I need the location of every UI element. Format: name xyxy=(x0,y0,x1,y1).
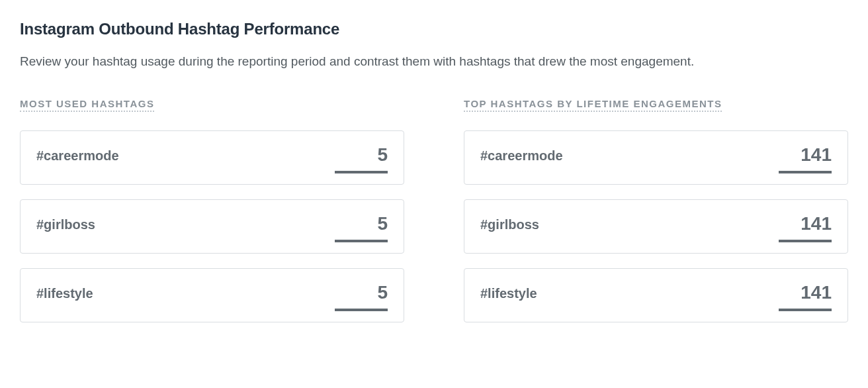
hashtag-bar xyxy=(779,309,832,311)
hashtag-card: #careermode 141 xyxy=(464,130,848,185)
most-used-header: MOST USED HASHTAGS xyxy=(20,98,154,112)
hashtag-value-wrap: 141 xyxy=(779,215,832,242)
hashtag-value-wrap: 141 xyxy=(779,146,832,173)
top-engagement-list: #careermode 141 #girlboss 141 #lifestyle… xyxy=(464,130,848,322)
top-engagement-column: TOP HASHTAGS BY LIFETIME ENGAGEMENTS #ca… xyxy=(464,98,848,322)
hashtag-value: 141 xyxy=(801,215,832,233)
hashtag-bar xyxy=(335,309,388,311)
hashtag-bar xyxy=(779,171,832,173)
top-engagement-header: TOP HASHTAGS BY LIFETIME ENGAGEMENTS xyxy=(464,98,722,112)
page-title: Instagram Outbound Hashtag Performance xyxy=(20,20,848,38)
hashtag-label: #careermode xyxy=(480,146,563,164)
hashtag-value-wrap: 141 xyxy=(779,283,832,311)
hashtag-value-wrap: 5 xyxy=(335,146,388,173)
hashtag-card: #lifestyle 141 xyxy=(464,268,848,322)
hashtag-card: #girlboss 141 xyxy=(464,199,848,254)
hashtag-label: #careermode xyxy=(36,146,119,164)
hashtag-bar xyxy=(779,240,832,242)
hashtag-label: #girlboss xyxy=(36,215,95,232)
page-description: Review your hashtag usage during the rep… xyxy=(20,52,748,72)
hashtag-bar xyxy=(335,171,388,173)
most-used-column: MOST USED HASHTAGS #careermode 5 #girlbo… xyxy=(20,98,404,322)
hashtag-label: #lifestyle xyxy=(480,283,537,301)
hashtag-value: 141 xyxy=(801,146,832,164)
hashtag-value: 141 xyxy=(801,283,832,302)
hashtag-bar xyxy=(335,240,388,242)
hashtag-card: #careermode 5 xyxy=(20,130,404,185)
most-used-list: #careermode 5 #girlboss 5 #lifestyle 5 xyxy=(20,130,404,322)
hashtag-value: 5 xyxy=(377,215,388,233)
hashtag-label: #lifestyle xyxy=(36,283,93,301)
hashtag-value: 5 xyxy=(377,283,388,302)
hashtag-value-wrap: 5 xyxy=(335,215,388,242)
hashtag-card: #girlboss 5 xyxy=(20,199,404,254)
hashtag-value: 5 xyxy=(377,146,388,164)
hashtag-columns: MOST USED HASHTAGS #careermode 5 #girlbo… xyxy=(20,98,848,322)
hashtag-label: #girlboss xyxy=(480,215,539,232)
hashtag-card: #lifestyle 5 xyxy=(20,268,404,322)
hashtag-value-wrap: 5 xyxy=(335,283,388,311)
